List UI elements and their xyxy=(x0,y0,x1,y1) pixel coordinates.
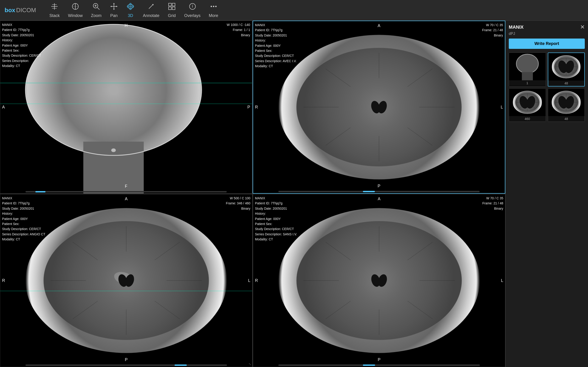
svg-line-8 xyxy=(97,8,99,10)
tool-zoom-label: Zoom xyxy=(91,13,102,18)
annotate-icon xyxy=(147,2,155,12)
scrollbar-thumb-bl xyxy=(174,365,187,366)
svg-marker-15 xyxy=(110,6,112,7)
viewer-area: MANIX Patient ID: 7Thjq7g Study Date: 20… xyxy=(0,21,505,367)
crosshair-h-tl xyxy=(0,104,252,104)
write-report-button[interactable]: Write Report xyxy=(509,39,585,49)
svg-rect-24 xyxy=(172,3,175,6)
thumbnail-3[interactable]: 460 xyxy=(509,88,546,122)
viewer-bottom-row: MANIX Patient ID: 7Thjq7g Study Date: 20… xyxy=(0,194,505,367)
scrollbar-thumb-tl xyxy=(35,191,45,192)
svg-marker-14 xyxy=(113,9,115,10)
scrollbar-thumb-tr xyxy=(363,191,375,192)
viewer-top-row: MANIX Patient ID: 7Thjq7g Study Date: 20… xyxy=(0,21,505,194)
main-content: MANIX Patient ID: 7Thjq7g Study Date: 20… xyxy=(0,21,588,367)
tool-3d[interactable]: 3D xyxy=(126,2,135,18)
thumbnail-label-3: 460 xyxy=(509,116,546,122)
scrollbar-tl[interactable] xyxy=(26,191,227,192)
thumbnail-grid: 1 48 460 48 xyxy=(509,52,585,122)
svg-marker-13 xyxy=(113,3,115,4)
tool-annotate-label: Annotate xyxy=(143,13,159,18)
tool-grid-label: Grid xyxy=(168,13,176,18)
zoom-icon xyxy=(92,2,100,12)
thumb-canvas-4 xyxy=(548,89,585,116)
svg-rect-26 xyxy=(172,7,175,10)
scrollbar-br[interactable] xyxy=(278,365,480,366)
stack-icon xyxy=(50,2,59,12)
thumb-canvas-3 xyxy=(509,89,546,116)
3d-icon xyxy=(126,2,135,12)
logo-box: box xyxy=(5,7,15,14)
svg-point-31 xyxy=(215,6,216,7)
logo-dicom: DICOM xyxy=(16,7,36,14)
svg-rect-23 xyxy=(169,3,171,6)
svg-rect-25 xyxy=(169,7,171,10)
sidebar-subtitle: dPJ xyxy=(509,32,585,36)
close-sidebar-button[interactable]: ✕ xyxy=(580,24,585,30)
sidebar-header: MANIX ✕ xyxy=(509,24,585,30)
viewport-top-left[interactable]: MANIX Patient ID: 7Thjq7g Study Date: 20… xyxy=(0,21,252,194)
svg-point-30 xyxy=(213,6,214,7)
tool-overlays[interactable]: i Overlays xyxy=(184,2,200,18)
scrollbar-tr[interactable] xyxy=(278,191,480,192)
viewport-bottom-right[interactable]: MANIX Patient ID: 7Thjq7g Study Date: 20… xyxy=(253,194,505,367)
thumbnail-2[interactable]: 48 xyxy=(548,52,585,86)
svg-point-29 xyxy=(211,6,212,7)
window-icon xyxy=(71,2,79,12)
tool-grid[interactable]: Grid xyxy=(168,2,176,18)
ct-canvas-bottom-right xyxy=(253,194,505,367)
thumbnail-img-2 xyxy=(548,53,585,81)
svg-marker-16 xyxy=(116,6,118,7)
thumbnail-4[interactable]: 48 xyxy=(548,88,585,122)
grid-icon xyxy=(168,2,176,12)
pan-icon xyxy=(110,2,118,12)
thumbnail-img-4 xyxy=(548,89,585,116)
tool-pan-label: Pan xyxy=(110,13,118,18)
scrollbar-bl[interactable] xyxy=(26,365,227,366)
crosshair-h-bl xyxy=(0,291,252,291)
overlays-icon: i xyxy=(188,2,197,12)
thumbnail-img-3 xyxy=(509,89,546,116)
thumbnail-label-1: 1 xyxy=(509,80,546,86)
resize-handle[interactable]: ⤡ xyxy=(249,362,251,366)
ct-canvas-bottom-left xyxy=(0,194,252,367)
thumb-canvas-1 xyxy=(509,53,546,80)
thumbnail-img-1 xyxy=(509,53,546,80)
tool-more-label: More xyxy=(209,13,218,18)
svg-text:i: i xyxy=(192,4,193,8)
thumbnail-label-2: 48 xyxy=(548,81,585,86)
tool-window[interactable]: Window xyxy=(68,2,83,18)
tool-stack-label: Stack xyxy=(49,13,60,18)
thumb-canvas-2 xyxy=(548,53,584,81)
viewport-bottom-left[interactable]: MANIX Patient ID: 7Thjq7g Study Date: 20… xyxy=(0,194,252,367)
app-logo: box DICOM xyxy=(5,7,36,14)
ct-canvas-top-right xyxy=(253,21,505,193)
toolbar: box DICOM Stack Window xyxy=(0,0,588,21)
tool-window-label: Window xyxy=(68,13,83,18)
thumbnail-1[interactable]: 1 xyxy=(509,52,546,86)
sidebar-patient-name: MANIX xyxy=(509,25,523,30)
sidebar: MANIX ✕ dPJ Write Report 1 48 xyxy=(505,21,588,367)
tool-pan[interactable]: Pan xyxy=(110,2,118,18)
tool-annotate[interactable]: Annotate xyxy=(143,2,159,18)
tool-overlays-label: Overlays xyxy=(184,13,200,18)
tool-3d-label: 3D xyxy=(128,13,133,18)
viewport-top-right[interactable]: MANIX Patient ID: 7Thjq7g Study Date: 20… xyxy=(253,21,505,194)
tool-zoom[interactable]: Zoom xyxy=(91,2,102,18)
thumbnail-label-4: 48 xyxy=(548,116,585,122)
tool-more[interactable]: More xyxy=(209,2,218,18)
ct-canvas-top-left xyxy=(0,21,252,193)
tool-stack[interactable]: Stack xyxy=(49,2,60,18)
scrollbar-thumb-br xyxy=(363,365,375,366)
more-icon xyxy=(209,2,218,12)
